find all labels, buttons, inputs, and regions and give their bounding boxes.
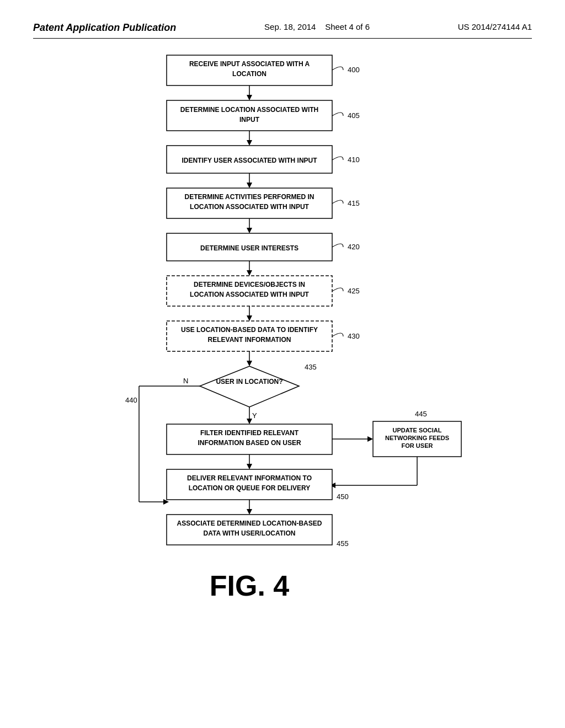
svg-text:420: 420 [348, 243, 360, 251]
svg-marker-16 [247, 183, 252, 188]
svg-text:FIG. 4: FIG. 4 [210, 570, 290, 602]
page: Patent Application Publication Sep. 18, … [0, 0, 565, 728]
svg-text:440: 440 [125, 396, 137, 404]
flowchart-svg: RECEIVE INPUT ASSOCIATED WITH A LOCATION… [34, 50, 531, 673]
svg-text:405: 405 [348, 111, 360, 120]
svg-text:INPUT: INPUT [239, 116, 260, 124]
svg-text:N: N [183, 377, 188, 385]
svg-marker-11 [247, 140, 252, 146]
svg-text:LOCATION OR QUEUE FOR DELIVERY: LOCATION OR QUEUE FOR DELIVERY [189, 484, 311, 492]
svg-text:UPDATE SOCIAL: UPDATE SOCIAL [392, 427, 441, 433]
svg-text:450: 450 [337, 493, 349, 501]
svg-text:USE LOCATION-BASED DATA TO IDE: USE LOCATION-BASED DATA TO IDENTIFY [181, 326, 318, 334]
svg-text:430: 430 [348, 332, 360, 340]
svg-marker-5 [247, 95, 252, 100]
header-patent-number: US 2014/274144 A1 [458, 22, 532, 31]
svg-text:415: 415 [348, 199, 360, 207]
svg-marker-22 [247, 228, 252, 233]
svg-marker-39 [247, 361, 252, 366]
header-publication: Patent Application Publication [33, 22, 176, 34]
svg-marker-63 [247, 464, 252, 469]
svg-text:DETERMINE DEVICES/OBJECTS IN: DETERMINE DEVICES/OBJECTS IN [194, 281, 305, 288]
svg-text:FILTER IDENTIFIED RELEVANT: FILTER IDENTIFIED RELEVANT [200, 429, 299, 437]
svg-text:LOCATION: LOCATION [232, 70, 266, 78]
svg-text:425: 425 [348, 287, 360, 295]
header: Patent Application Publication Sep. 18, … [33, 22, 532, 39]
svg-marker-27 [247, 270, 252, 276]
svg-marker-56 [367, 436, 373, 442]
svg-text:IDENTIFY USER ASSOCIATED WITH : IDENTIFY USER ASSOCIATED WITH INPUT [182, 157, 317, 164]
svg-text:DATA WITH USER/LOCATION: DATA WITH USER/LOCATION [204, 529, 296, 537]
svg-text:LOCATION ASSOCIATED WITH INPUT: LOCATION ASSOCIATED WITH INPUT [190, 203, 309, 211]
svg-text:LOCATION ASSOCIATED WITH INPUT: LOCATION ASSOCIATED WITH INPUT [190, 291, 309, 298]
svg-text:FOR USER: FOR USER [402, 442, 433, 449]
svg-marker-40 [200, 366, 299, 407]
svg-marker-50 [247, 419, 252, 424]
svg-text:ASSOCIATE DETERMINED LOCATION-: ASSOCIATE DETERMINED LOCATION-BASED [177, 520, 322, 527]
svg-marker-33 [247, 315, 252, 321]
svg-text:400: 400 [348, 66, 360, 74]
svg-text:435: 435 [305, 363, 317, 371]
svg-text:410: 410 [348, 156, 360, 164]
svg-text:USER IN LOCATION?: USER IN LOCATION? [216, 378, 282, 386]
svg-text:445: 445 [415, 410, 427, 418]
svg-text:DETERMINE ACTIVITIES PERFORMED: DETERMINE ACTIVITIES PERFORMED IN [185, 193, 315, 201]
svg-text:NETWORKING FEEDS: NETWORKING FEEDS [385, 435, 449, 441]
svg-text:RECEIVE INPUT ASSOCIATED WITH : RECEIVE INPUT ASSOCIATED WITH A [189, 60, 310, 68]
svg-text:INFORMATION BASED ON USER: INFORMATION BASED ON USER [198, 439, 301, 447]
flowchart-container: RECEIVE INPUT ASSOCIATED WITH A LOCATION… [33, 50, 532, 673]
svg-text:DETERMINE LOCATION ASSOCIATED : DETERMINE LOCATION ASSOCIATED WITH [180, 106, 318, 114]
svg-text:RELEVANT INFORMATION: RELEVANT INFORMATION [208, 336, 291, 344]
svg-text:Y: Y [252, 411, 257, 420]
svg-text:DETERMINE USER INTERESTS: DETERMINE USER INTERESTS [200, 244, 299, 252]
header-date-sheet: Sep. 18, 2014 Sheet 4 of 6 [264, 22, 370, 31]
svg-text:455: 455 [337, 539, 349, 548]
svg-text:DELIVER RELEVANT INFORMATION T: DELIVER RELEVANT INFORMATION TO [187, 474, 312, 482]
svg-marker-72 [247, 509, 252, 515]
